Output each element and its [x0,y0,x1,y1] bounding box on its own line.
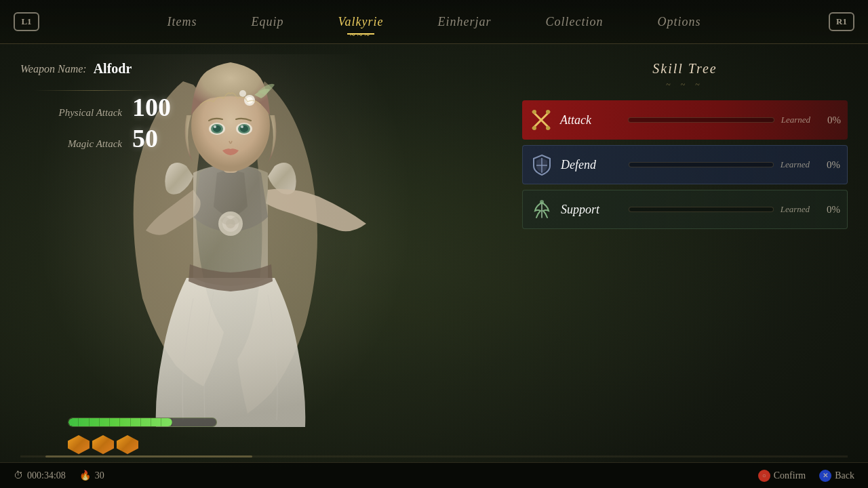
crystals-row [68,435,217,454]
attack-icon-box [522,100,560,140]
attack-icon [528,107,554,133]
confirm-circle: ○ [758,470,770,482]
support-bar-area: Learned 0% [622,204,847,216]
magic-attack-row: Magic Attack 50 [20,125,171,151]
attack-bar-area: Learned 0% [621,115,848,126]
fire-count: 🔥 30 [79,470,104,481]
defend-icon-box [523,145,561,184]
svg-point-12 [214,125,216,128]
weapon-divider [34,90,156,91]
skill-tree-panel: Skill Tree ~ ~ ~ Attack Learned 0% [522,61,848,235]
confirm-label: Confirm [774,470,806,481]
tab-options[interactable]: Options [630,15,728,29]
weapon-name-row: Weapon Name: Alfodr [20,61,171,77]
crystal-3 [117,435,138,454]
time-value: 000:34:08 [27,470,66,481]
tab-valkyrie[interactable]: Valkyrie ~~~ [311,15,411,29]
physical-attack-row: Physical Attack 100 [20,94,171,120]
defend-percent: 0% [816,159,840,171]
active-tab-decoration: ~~~ [350,30,372,41]
magic-attack-value: 50 [132,125,158,151]
confirm-action[interactable]: ○ Confirm [758,470,806,482]
skill-row-attack[interactable]: Attack Learned 0% [522,100,848,140]
nav-tabs: Items Equip Valkyrie ~~~ Einherjar Colle… [0,15,868,29]
scroll-track [20,455,848,458]
attack-percent: 0% [817,115,841,126]
skill-tree-decoration: ~ ~ ~ [522,80,848,90]
svg-point-25 [540,200,544,204]
tab-equip[interactable]: Equip [224,15,311,29]
defend-bar-track [629,162,774,167]
r1-button[interactable]: R1 [829,12,854,31]
svg-point-16 [241,125,243,128]
tab-items[interactable]: Items [140,15,224,29]
magic-attack-label: Magic Attack [34,138,122,150]
back-action[interactable]: ✕ Back [819,470,854,482]
weapon-name-value: Alfodr [94,61,132,77]
attack-skill-name: Attack [560,113,621,127]
bottom-actions: ○ Confirm ✕ Back [758,470,854,482]
bottom-bar: ⏱ 000:34:08 🔥 30 ○ Confirm ✕ Back [0,462,868,488]
defend-bar-area: Learned 0% [622,159,847,171]
physical-attack-value: 100 [132,94,171,120]
xp-bar-fill [68,418,172,426]
svg-point-20 [546,110,550,114]
xp-bar-track [68,418,217,427]
svg-point-8 [239,90,246,97]
support-skill-name: Support [561,203,622,217]
skill-row-support[interactable]: Support Learned 0% [522,190,848,229]
support-bar-track [629,207,774,212]
svg-point-21 [532,126,536,130]
tab-einherjar[interactable]: Einherjar [410,15,518,29]
l1-button[interactable]: L1 [14,12,39,31]
crystal-1 [68,435,90,454]
bottom-left-panel [68,418,217,454]
nav-bar: L1 Items Equip Valkyrie ~~~ Einherjar Co… [0,0,868,44]
weapon-panel: Weapon Name: Alfodr Physical Attack 100 … [20,61,171,157]
support-icon [529,197,555,222]
skill-tree-title: Skill Tree [522,61,848,77]
attack-learned-label: Learned [781,115,810,125]
scroll-thumb [45,455,252,458]
back-circle: ✕ [819,470,831,482]
support-learned-label: Learned [781,204,810,215]
weapon-name-label: Weapon Name: [20,63,87,75]
defend-icon [529,152,555,178]
crystal-2 [92,435,114,454]
game-time: ⏱ 000:34:08 [14,470,66,481]
defend-skill-name: Defend [561,158,622,172]
fire-value: 30 [95,470,104,481]
tab-collection[interactable]: Collection [518,15,630,29]
xp-bar-segments [68,418,172,426]
back-label: Back [835,470,854,481]
attack-bar-track [628,117,774,123]
fire-icon: 🔥 [79,470,91,481]
defend-learned-label: Learned [781,159,810,170]
support-icon-box [523,190,561,229]
skill-row-defend[interactable]: Defend Learned 0% [522,145,848,184]
clock-icon: ⏱ [14,470,23,481]
svg-point-19 [532,110,536,114]
support-percent: 0% [816,204,840,216]
svg-point-22 [546,126,550,130]
physical-attack-label: Physical Attack [34,107,122,119]
